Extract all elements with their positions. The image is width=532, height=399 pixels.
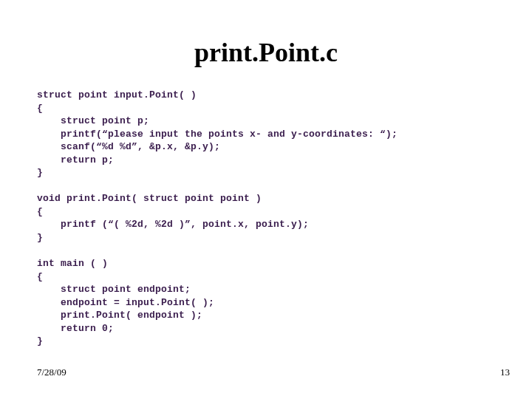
slide: print.Point.c struct point input.Point( … bbox=[0, 0, 532, 399]
code-block: struct point input.Point( ) { struct poi… bbox=[37, 89, 495, 348]
footer-page-number: 13 bbox=[500, 366, 510, 378]
slide-title: print.Point.c bbox=[37, 37, 495, 68]
footer-date: 7/28/09 bbox=[37, 366, 66, 378]
